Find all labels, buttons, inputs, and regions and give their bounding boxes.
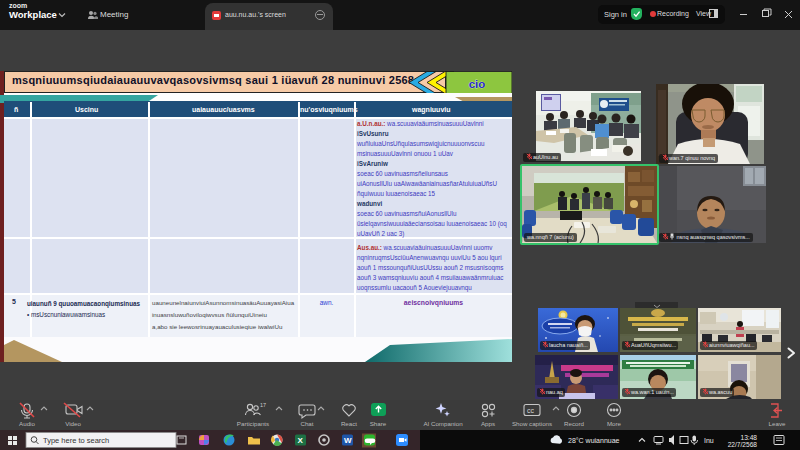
svg-text:W: W: [344, 436, 352, 445]
svg-text:React: React: [341, 420, 357, 427]
svg-text:Inu: Inu: [704, 437, 714, 444]
svg-text:Record: Record: [564, 420, 585, 427]
svg-text:Chat: Chat: [300, 420, 313, 427]
svg-text:13:48: 13:48: [740, 434, 757, 441]
svg-text:Apps: Apps: [481, 420, 495, 427]
svg-text:Share: Share: [370, 420, 387, 427]
svg-text:Video: Video: [65, 420, 81, 427]
svg-text:17: 17: [260, 402, 266, 408]
svg-text:X: X: [298, 436, 304, 445]
svg-text:Type here to search: Type here to search: [43, 436, 109, 445]
svg-text:28°C wuiannuae: 28°C wuiannuae: [568, 437, 620, 444]
svg-text:Show captions: Show captions: [512, 420, 552, 427]
svg-text:Audio: Audio: [19, 420, 35, 427]
svg-text:cc: cc: [527, 407, 535, 414]
svg-text:Participants: Participants: [237, 420, 269, 427]
svg-text:Leave: Leave: [769, 420, 786, 427]
svg-text:22/7/2568: 22/7/2568: [728, 441, 758, 448]
svg-text:AI Companion: AI Companion: [423, 420, 463, 427]
svg-text:More: More: [607, 420, 622, 427]
svg-text:cio: cio: [469, 78, 486, 90]
